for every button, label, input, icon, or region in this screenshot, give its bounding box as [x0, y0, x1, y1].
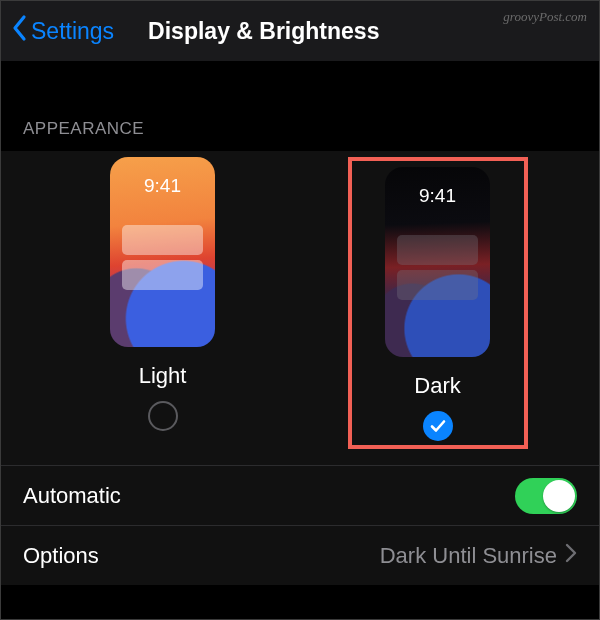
preview-time: 9:41	[385, 185, 490, 207]
chevron-right-icon	[565, 543, 577, 569]
dark-label: Dark	[414, 373, 460, 399]
back-label: Settings	[31, 18, 114, 45]
automatic-toggle[interactable]	[515, 478, 577, 514]
light-preview: 9:41	[110, 157, 215, 347]
appearance-section-header: APPEARANCE	[1, 61, 599, 151]
radio-unselected-icon	[148, 401, 178, 431]
radio-selected-icon	[423, 411, 453, 441]
preview-widget	[122, 225, 203, 255]
appearance-option-light[interactable]: 9:41 Light	[73, 157, 253, 449]
options-value: Dark Until Sunrise	[380, 543, 557, 569]
dark-preview: 9:41	[385, 167, 490, 357]
appearance-options: 9:41 Light 9:41 Dark	[1, 151, 599, 465]
appearance-option-dark[interactable]: 9:41 Dark	[348, 157, 528, 449]
preview-widget	[397, 235, 478, 265]
automatic-row: Automatic	[1, 465, 599, 525]
automatic-label: Automatic	[23, 483, 121, 509]
watermark: groovyPost.com	[503, 9, 587, 25]
preview-widget	[397, 270, 478, 300]
preview-widget	[122, 260, 203, 290]
options-row[interactable]: Options Dark Until Sunrise	[1, 525, 599, 585]
light-label: Light	[139, 363, 187, 389]
back-button[interactable]: Settings	[11, 14, 114, 48]
options-label: Options	[23, 543, 99, 569]
preview-time: 9:41	[110, 175, 215, 197]
toggle-knob	[543, 480, 575, 512]
chevron-left-icon	[11, 14, 29, 48]
